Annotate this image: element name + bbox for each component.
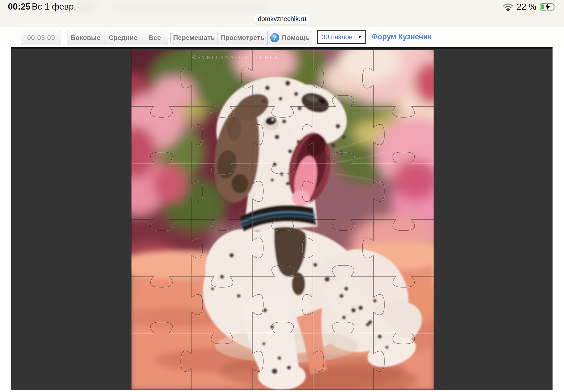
puzzle-actions-group: Перемешать Просмотреть ? Помощь (170, 31, 312, 45)
help-icon: ? (270, 33, 279, 42)
ghost-address-field (110, 2, 268, 13)
site-domain: domkyznechik.ru (258, 15, 306, 23)
filter-edge-pieces-button[interactable]: Боковые (67, 31, 104, 45)
browser-url-pill[interactable]: domkyznechik.ru (254, 14, 310, 24)
forum-link[interactable]: Форум Кузнечик (371, 32, 431, 41)
game-toolbar: 00:03:09 Боковые Средние Все Перемешать … (0, 27, 564, 47)
battery-charging-icon (540, 2, 557, 12)
help-button-label: Помощь (282, 34, 309, 42)
puzzle-image[interactable]: ©SVETLANA PALAYCHUK (131, 50, 434, 390)
photo-watermark: ©SVETLANA PALAYCHUK (192, 55, 280, 60)
wifi-icon (503, 3, 513, 11)
piece-filter-group: Боковые Средние Все (67, 31, 168, 45)
shuffle-button[interactable]: Перемешать (170, 31, 218, 45)
status-date: Вс 1 февр. (32, 2, 76, 12)
help-button[interactable]: ? Помощь (268, 31, 312, 45)
pieces-count-select[interactable]: 30 пазлов ▼ (317, 30, 366, 44)
battery-percent: 22 % (517, 2, 536, 12)
preview-button[interactable]: Просмотреть (218, 31, 268, 45)
filter-all-pieces-button[interactable]: Все (142, 31, 168, 45)
pieces-count-value: 30 пазлов (322, 33, 353, 41)
status-right-cluster: 22 % (503, 2, 557, 12)
status-time: 00:25 (8, 2, 31, 12)
timer-button[interactable]: 00:03:09 (21, 31, 61, 45)
filter-middle-pieces-button[interactable]: Средние (104, 31, 142, 45)
status-and-browser-bar: 00:25 Вс 1 февр. 22 % domkyznechik.ru (0, 0, 564, 27)
chevron-down-icon: ▼ (358, 34, 362, 40)
ghost-toolbar-button (76, 1, 96, 14)
